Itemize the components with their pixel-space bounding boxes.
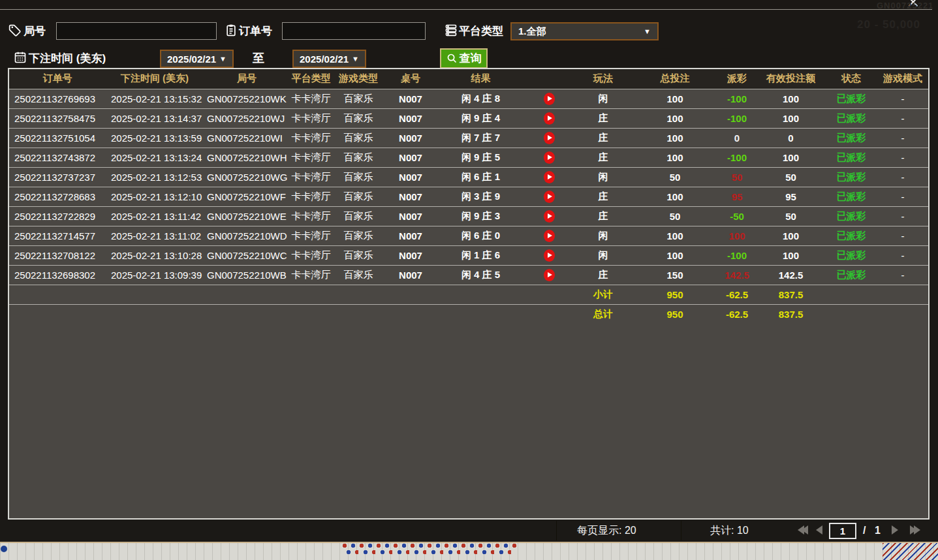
cell-empty [106, 304, 204, 324]
cell-empty [332, 304, 384, 324]
column-header-platform: 平台类型 [290, 69, 332, 89]
table-header-row: 订单号下注时间 (美东)局号平台类型游戏类型桌号结果玩法总投注派彩有效投注额状态… [9, 69, 928, 89]
page-number-input[interactable] [829, 523, 856, 539]
total-count-label: 共计: 10 [710, 520, 749, 542]
cell-mode: - [877, 128, 928, 148]
cell-payout: 142.5 [717, 265, 757, 285]
cell-total_bet: 100 [633, 148, 717, 167]
total-count-value: 10 [737, 525, 749, 536]
prev-page-button[interactable] [816, 525, 822, 536]
cell-mode: - [877, 108, 928, 128]
cell-empty [877, 304, 928, 324]
play-icon[interactable] [544, 210, 555, 223]
play-icon[interactable] [544, 93, 555, 105]
divider [681, 521, 681, 540]
cell-round_id: GN007252210WB [204, 265, 290, 285]
close-icon[interactable] [905, 0, 922, 10]
cell-valid_bet: 100 [757, 245, 825, 265]
cell-play: 庄 [574, 265, 633, 285]
cell-replay [525, 89, 574, 108]
cell-round_id: GN007252210WK [204, 89, 290, 108]
cell-result: 闲 3 庄 9 [437, 187, 525, 206]
cell-platform: 卡卡湾厅 [290, 265, 332, 285]
cell-empty [384, 285, 437, 304]
cell-replay [525, 187, 574, 206]
column-header-payout: 派彩 [717, 69, 757, 89]
play-icon[interactable] [544, 230, 555, 242]
date-to-value: 2025/02/21 [300, 54, 349, 65]
background-roadmap-strip [0, 543, 938, 560]
cell-empty [290, 304, 332, 324]
platform-type-select[interactable]: 1.全部 ▼ [510, 22, 659, 40]
cell-total_bet: 100 [633, 187, 717, 206]
cell-status: 已派彩 [825, 226, 877, 245]
cell-order_id: 250221132714577 [9, 226, 106, 245]
round-number-input[interactable] [56, 22, 217, 40]
cell-total_bet: 100 [633, 89, 717, 108]
cell-time: 2025-02-21 13:13:24 [106, 148, 204, 167]
cell-replay [525, 226, 574, 245]
table-row: 2502211327372372025-02-21 13:12:53GN0072… [9, 167, 928, 187]
play-icon[interactable] [544, 269, 555, 281]
cell-time: 2025-02-21 13:11:42 [106, 206, 204, 226]
title-divider [0, 9, 932, 10]
last-page-button[interactable] [910, 525, 920, 536]
cell-table_no: N007 [384, 265, 437, 285]
cell-valid_bet: 142.5 [757, 265, 825, 285]
order-number-label: 订单号 [239, 23, 272, 39]
cell-valid_bet: 95 [757, 187, 825, 206]
cell-mode: - [877, 265, 928, 285]
cell-empty [290, 285, 332, 304]
total-label: 总计 [574, 304, 633, 324]
search-button[interactable]: 查询 [440, 48, 488, 69]
cell-total_bet: 100 [633, 226, 717, 245]
cell-total_bet: 50 [633, 167, 717, 187]
cell-result: 闲 4 庄 8 [437, 89, 525, 108]
per-page-label: 每页显示: 20 [577, 520, 636, 542]
bet-time-label: 下注时间 (美东) [29, 51, 106, 66]
next-page-button[interactable] [892, 525, 898, 536]
per-page-value: 20 [625, 525, 636, 536]
play-icon[interactable] [544, 191, 555, 203]
cell-mode: - [877, 167, 928, 187]
column-header-table_no: 桌号 [384, 69, 437, 89]
cell-play: 闲 [574, 167, 633, 187]
cell-valid_bet: 100 [757, 226, 825, 245]
cell-order_id: 250221132737237 [9, 167, 106, 187]
column-header-mode: 游戏模式 [877, 69, 928, 89]
caret-down-icon: ▼ [644, 27, 651, 35]
search-button-label: 查询 [460, 51, 482, 66]
cell-result: 闲 7 庄 7 [437, 128, 525, 148]
play-icon[interactable] [544, 249, 555, 262]
bead-icon [1, 546, 7, 552]
date-from-select[interactable]: 2025/02/21 ▼ [160, 50, 234, 68]
cell-game_type: 百家乐 [332, 226, 384, 245]
bead-road [341, 543, 516, 560]
cell-platform: 卡卡湾厅 [290, 226, 332, 245]
order-number-input[interactable] [282, 22, 426, 40]
cell-result: 闲 9 庄 4 [437, 108, 525, 128]
column-header-play: 玩法 [574, 69, 633, 89]
cell-table_no: N007 [384, 148, 437, 167]
cell-platform: 卡卡湾厅 [290, 108, 332, 128]
title-bar [0, 0, 938, 10]
cell-total_bet: 100 [633, 245, 717, 265]
play-icon[interactable] [544, 132, 555, 144]
column-header-game_type: 游戏类型 [332, 69, 384, 89]
play-icon[interactable] [544, 112, 555, 125]
cell-platform: 卡卡湾厅 [290, 167, 332, 187]
bet-record-dialog: GN00725221 20 - 50,000 局号 订单号 平台类型 1.全部 … [0, 0, 938, 560]
play-icon[interactable] [544, 171, 555, 183]
cell-play: 庄 [574, 187, 633, 206]
cell-game_type: 百家乐 [332, 128, 384, 148]
cell-game_type: 百家乐 [332, 265, 384, 285]
total-valid-bet: 837.5 [757, 304, 825, 324]
first-page-button[interactable] [798, 525, 808, 536]
date-to-select[interactable]: 2025/02/21 ▼ [292, 50, 366, 68]
cell-empty [204, 285, 290, 304]
play-icon[interactable] [544, 151, 555, 164]
subtotal-total-bet: 950 [633, 285, 717, 304]
divider [556, 521, 557, 540]
cell-replay [525, 108, 574, 128]
total-row: 总计950-62.5837.5 [9, 304, 928, 324]
